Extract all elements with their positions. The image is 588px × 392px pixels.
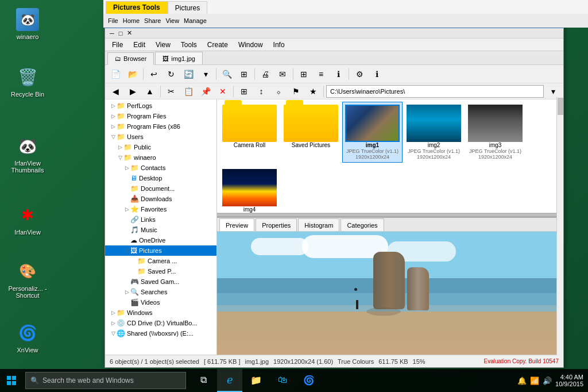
- menu-view[interactable]: View: [151, 40, 175, 50]
- dropdown-btn[interactable]: ▾: [198, 67, 214, 82]
- file-item-img1[interactable]: img1 JPEG TrueColor (v1.1) 1920x1200x24: [342, 102, 403, 163]
- start-button[interactable]: [0, 369, 23, 392]
- copy-btn[interactable]: 📋: [180, 84, 196, 99]
- menu-tools[interactable]: Tools: [176, 40, 202, 50]
- info-btn[interactable]: ℹ: [330, 67, 346, 82]
- filter-btn[interactable]: ⬦: [270, 84, 287, 99]
- tree-item-winaero[interactable]: ▽ 📁 winaero: [105, 152, 216, 163]
- compare-btn[interactable]: ⊞: [236, 67, 252, 82]
- sep5: [349, 68, 349, 80]
- file-item-img2[interactable]: img2 JPEG TrueColor (v1.1) 1920x1200x24: [404, 102, 464, 163]
- tree-item-links[interactable]: 🔗 Links: [105, 214, 216, 225]
- desktop-icon-personalize[interactable]: 🎨 Personaliz... - Shortcut: [5, 258, 51, 301]
- tree-item-shared[interactable]: ▽ 🌐 Shared (\\vboxsrv) (E:...: [105, 328, 216, 339]
- tree-item-favorites[interactable]: ▷ ⭐ Favorites: [105, 204, 216, 214]
- taskbar-search[interactable]: 🔍 Search the web and Windows: [25, 372, 186, 389]
- tree-item-cddrive[interactable]: ▷ 💿 CD Drive (D:) VirtualBo...: [105, 318, 216, 328]
- mdi-minimize[interactable]: ─: [107, 30, 117, 37]
- taskbar-edge[interactable]: ℯ: [217, 369, 242, 392]
- tree-item-cameraroll[interactable]: 📁 Camera ...: [105, 256, 216, 266]
- mdi-restore[interactable]: □: [117, 30, 125, 37]
- nav-up[interactable]: ▲: [142, 84, 158, 99]
- desktop-icon-irfanview-thumb[interactable]: 🐼 IrfanView Thumbnails: [5, 132, 51, 176]
- about-btn[interactable]: ℹ: [369, 67, 385, 82]
- strip-btn[interactable]: ≡: [313, 67, 329, 82]
- taskbar-explorer[interactable]: 📁: [243, 369, 269, 392]
- desktop-icon-winaero[interactable]: 🐼 winaero: [5, 6, 51, 43]
- picture-tools-tab[interactable]: Pictures Tools: [106, 1, 168, 14]
- tree-item-videos[interactable]: 🎬 Videos: [105, 297, 216, 308]
- preview-tab-properties[interactable]: Properties: [256, 218, 297, 231]
- forward-btn[interactable]: ↻: [163, 67, 179, 82]
- mdi-close[interactable]: ✕: [125, 29, 134, 37]
- view-mode[interactable]: ⊞: [236, 84, 252, 99]
- cut-btn[interactable]: ✂: [163, 84, 179, 99]
- tree-item-documents[interactable]: 📁 Document...: [105, 183, 216, 194]
- tab-browser[interactable]: 🗂 Browser: [107, 52, 154, 65]
- tab-img1[interactable]: 🖼 img1.jpg: [155, 52, 203, 64]
- tree-item-contacts[interactable]: ▷ 📁 Contacts: [105, 163, 216, 173]
- tree-item-desktop[interactable]: 🖥 Desktop: [105, 173, 216, 183]
- search-btn[interactable]: 🔍: [219, 67, 235, 82]
- file-item-img3[interactable]: img3 JPEG TrueColor (v1.1) 1920x1200x24: [465, 102, 525, 163]
- rock-reflection: [366, 308, 401, 316]
- taskbar-store[interactable]: 🛍: [270, 369, 295, 392]
- tree-item-savedgames[interactable]: 🎮 Saved Gam...: [105, 276, 216, 287]
- menu-window[interactable]: Window: [234, 40, 268, 50]
- file-item-img4[interactable]: img4: [219, 166, 280, 213]
- tree-item-savedpictures[interactable]: 📁 Saved P...: [105, 266, 216, 276]
- bg-manage-menu[interactable]: Manage: [184, 17, 207, 24]
- volume-icon[interactable]: 🔊: [543, 376, 552, 385]
- wifi-icon[interactable]: 📶: [530, 376, 539, 385]
- tree-item-windows[interactable]: ▷ 📁 Windows: [105, 308, 216, 318]
- preview-tab-preview[interactable]: Preview: [219, 218, 254, 231]
- tree-item-music[interactable]: 🎵 Music: [105, 225, 216, 235]
- bg-home-menu[interactable]: Home: [123, 17, 140, 24]
- file-item-cameraroll[interactable]: Camera Roll: [219, 102, 280, 163]
- refresh-btn[interactable]: 🔄: [180, 67, 196, 82]
- menu-info[interactable]: Info: [269, 40, 289, 50]
- flag-btn[interactable]: ⚑: [288, 84, 304, 99]
- paste-btn[interactable]: 📌: [198, 84, 214, 99]
- print-btn[interactable]: 🖨: [257, 67, 273, 82]
- tree-item-programfiles[interactable]: ▷ 📁 Program Files: [105, 111, 216, 121]
- back-btn[interactable]: ↩: [146, 67, 162, 82]
- settings-btn[interactable]: ⚙: [351, 67, 368, 82]
- desktop-icon-recycle-bin[interactable]: 🗑️ Recycle Bin: [5, 63, 51, 100]
- tree-item-searches[interactable]: ▷ 🔍 Searches: [105, 287, 216, 297]
- menu-file[interactable]: File: [107, 40, 127, 50]
- tree-item-downloads[interactable]: 📥 Downloads: [105, 194, 216, 204]
- grid-btn[interactable]: ⊞: [296, 67, 312, 82]
- nav-forward[interactable]: ▶: [125, 84, 141, 99]
- star-btn[interactable]: ★: [305, 84, 321, 99]
- desktop-icon-irfanview[interactable]: ✱ IrfanView: [5, 201, 51, 238]
- open-btn[interactable]: 📂: [125, 67, 141, 82]
- tree-item-programfilesx86[interactable]: ▷ 📁 Program Files (x86: [105, 121, 216, 132]
- preview-tab-categories[interactable]: Categories: [341, 218, 384, 231]
- delete-btn[interactable]: ✕: [215, 84, 231, 99]
- tree-item-perflogs[interactable]: ▷ 📁 PerfLogs: [105, 101, 216, 111]
- bg-file-menu[interactable]: File: [108, 17, 118, 24]
- tree-item-public[interactable]: ▷ 📁 Public: [105, 142, 216, 152]
- address-bar[interactable]: C:\Users\winaero\Pictures\: [326, 85, 544, 98]
- nav-back[interactable]: ◀: [107, 84, 123, 99]
- bg-view-menu[interactable]: View: [165, 17, 179, 24]
- bg-share-menu[interactable]: Share: [144, 17, 161, 24]
- preview-tab-histogram[interactable]: Histogram: [298, 218, 339, 231]
- taskbar-time[interactable]: 4:40 AM 10/9/2015: [555, 374, 583, 387]
- desktop-icon-xnview[interactable]: 🌀 XnView: [5, 319, 51, 356]
- pictures-tab[interactable]: Pictures: [168, 1, 207, 14]
- tree-item-users[interactable]: ▽ 📁 Users: [105, 132, 216, 142]
- file-item-savedpictures[interactable]: Saved Pictures: [281, 102, 341, 163]
- email-btn[interactable]: ✉: [274, 67, 291, 82]
- tree-item-onedrive[interactable]: ☁ OneDrive: [105, 235, 216, 245]
- menu-edit[interactable]: Edit: [129, 40, 150, 50]
- taskbar-xnview-app[interactable]: 🌀: [296, 369, 322, 392]
- taskbar-apps: ⧉ ℯ 📁 🛍 🌀: [191, 369, 322, 392]
- taskview-button[interactable]: ⧉: [191, 369, 216, 392]
- notification-icon[interactable]: 🔔: [517, 376, 527, 385]
- sort-btn[interactable]: ↕: [253, 84, 269, 99]
- menu-create[interactable]: Create: [203, 40, 233, 50]
- new-btn[interactable]: 📄: [107, 67, 123, 82]
- tree-item-pictures[interactable]: ▽ 🖼 Pictures: [105, 245, 216, 256]
